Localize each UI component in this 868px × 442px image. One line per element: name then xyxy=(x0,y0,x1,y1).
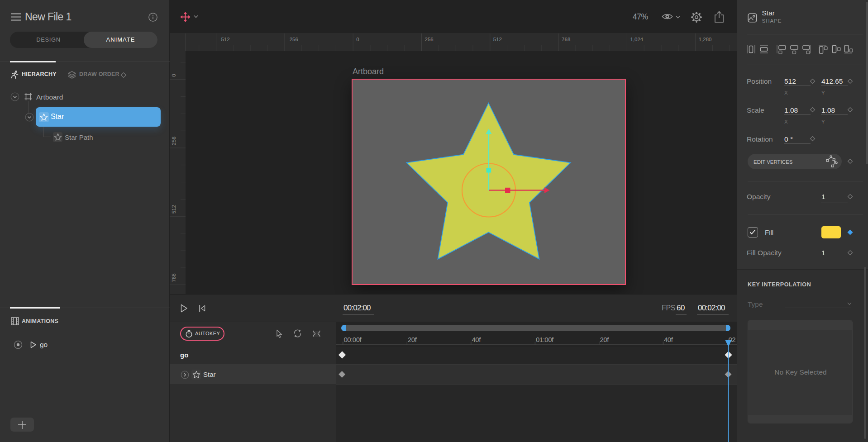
svg-text:0: 0 xyxy=(171,74,176,76)
svg-text:01:00f: 01:00f xyxy=(536,336,554,343)
svg-text:00:00f: 00:00f xyxy=(344,336,362,343)
svg-text:256: 256 xyxy=(425,37,434,42)
svg-text:768: 768 xyxy=(171,273,176,282)
svg-text:-256: -256 xyxy=(288,37,298,42)
svg-text:0: 0 xyxy=(356,37,359,42)
svg-text:20f: 20f xyxy=(600,336,610,343)
svg-text:20f: 20f xyxy=(408,336,417,343)
svg-text:256: 256 xyxy=(171,137,176,145)
svg-text:1,024: 1,024 xyxy=(630,37,643,42)
svg-text:40f: 40f xyxy=(472,336,482,343)
svg-text:512: 512 xyxy=(493,37,502,42)
svg-text:768: 768 xyxy=(562,37,570,42)
svg-text:512: 512 xyxy=(171,205,176,214)
svg-text:-512: -512 xyxy=(219,37,230,42)
svg-text:1,280: 1,280 xyxy=(699,37,712,42)
svg-text:40f: 40f xyxy=(664,336,673,343)
